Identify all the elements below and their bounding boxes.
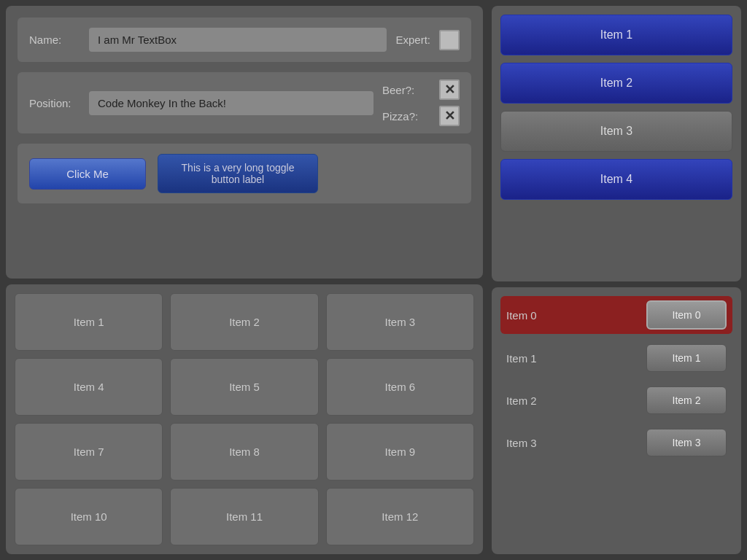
expert-label: Expert: bbox=[395, 34, 430, 46]
position-input[interactable] bbox=[89, 91, 374, 115]
list-btn-4[interactable]: Item 4 bbox=[500, 159, 732, 200]
top-left-panel: Name: Expert: Position: Beer?: ✕ Pizza?:… bbox=[6, 6, 483, 279]
position-row: Position: Beer?: ✕ Pizza?: ✕ bbox=[18, 72, 471, 133]
paired-label-3: Item 3 bbox=[506, 437, 639, 449]
bottom-left-panel: Item 1 Item 2 Item 3 Item 4 Item 5 Item … bbox=[6, 284, 483, 554]
pizza-row: Pizza?: ✕ bbox=[382, 106, 460, 126]
pizza-checkbox[interactable]: ✕ bbox=[439, 106, 460, 126]
paired-btn-3[interactable]: Item 3 bbox=[646, 429, 727, 456]
grid-item-2[interactable]: Item 2 bbox=[170, 293, 318, 351]
paired-row-1: Item 1 Item 1 bbox=[500, 340, 732, 376]
paired-row-3: Item 3 Item 3 bbox=[500, 424, 732, 461]
top-right-panel: Item 1 Item 2 Item 3 Item 4 bbox=[492, 6, 741, 281]
list-btn-3[interactable]: Item 3 bbox=[500, 111, 732, 152]
paired-btn-0[interactable]: Item 0 bbox=[646, 300, 727, 330]
name-label: Name: bbox=[29, 34, 80, 46]
grid-item-12[interactable]: Item 12 bbox=[326, 488, 474, 545]
name-row: Name: Expert: bbox=[18, 18, 471, 62]
paired-label-1: Item 1 bbox=[506, 352, 639, 365]
grid-item-7[interactable]: Item 7 bbox=[15, 423, 163, 481]
paired-row-2: Item 2 Item 2 bbox=[500, 382, 732, 419]
beer-label: Beer?: bbox=[382, 84, 433, 96]
name-input[interactable] bbox=[89, 28, 387, 52]
pizza-label: Pizza?: bbox=[382, 110, 433, 122]
paired-label-0: Item 0 bbox=[506, 309, 639, 322]
beer-checkbox[interactable]: ✕ bbox=[439, 79, 460, 100]
grid-item-4[interactable]: Item 4 bbox=[15, 358, 163, 416]
grid-item-1[interactable]: Item 1 bbox=[15, 293, 163, 351]
expert-checkbox[interactable] bbox=[439, 30, 460, 50]
position-label: Position: bbox=[29, 97, 80, 109]
grid-item-11[interactable]: Item 11 bbox=[170, 488, 318, 545]
list-btn-2[interactable]: Item 2 bbox=[500, 63, 732, 104]
beer-row: Beer?: ✕ bbox=[382, 79, 460, 100]
grid-item-3[interactable]: Item 3 bbox=[326, 293, 474, 351]
grid-item-9[interactable]: Item 9 bbox=[326, 423, 474, 481]
list-btn-1[interactable]: Item 1 bbox=[500, 15, 732, 55]
bottom-right-panel: Item 0 Item 0 Item 1 Item 1 Item 2 Item … bbox=[492, 287, 741, 554]
paired-btn-2[interactable]: Item 2 bbox=[646, 386, 727, 414]
grid-item-8[interactable]: Item 8 bbox=[170, 423, 318, 481]
paired-row-0: Item 0 Item 0 bbox=[500, 296, 732, 334]
paired-btn-1[interactable]: Item 1 bbox=[646, 344, 727, 372]
paired-label-2: Item 2 bbox=[506, 394, 639, 407]
grid-item-5[interactable]: Item 5 bbox=[170, 358, 318, 416]
click-me-button[interactable]: Click Me bbox=[29, 158, 146, 190]
button-row: Click Me This is a very long toggle butt… bbox=[18, 144, 471, 203]
grid-item-6[interactable]: Item 6 bbox=[326, 358, 474, 416]
grid-item-10[interactable]: Item 10 bbox=[15, 488, 163, 545]
beer-pizza-group: Beer?: ✕ Pizza?: ✕ bbox=[382, 79, 460, 126]
toggle-button[interactable]: This is a very long toggle button label bbox=[158, 154, 318, 193]
